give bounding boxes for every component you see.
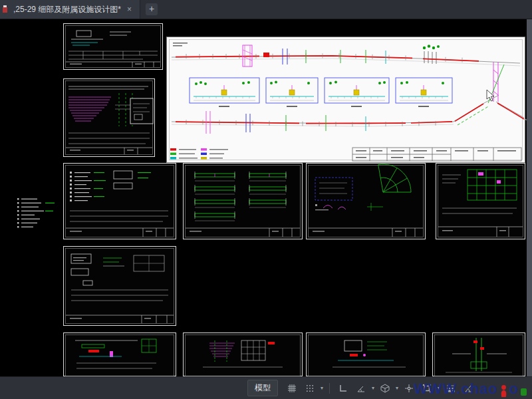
drawing-sheet[interactable]: [63, 246, 176, 326]
drawing-sheet[interactable]: [63, 23, 163, 70]
drawing-sheet[interactable]: [63, 332, 176, 376]
sheet-drawing: [183, 163, 303, 239]
close-icon[interactable]: ×: [126, 5, 133, 13]
sheet-drawing: [436, 163, 525, 239]
drawing-sheet[interactable]: [183, 163, 303, 239]
model-tab-button[interactable]: 模型: [247, 380, 278, 396]
isodraft-icon[interactable]: [377, 381, 393, 396]
snap-mode-icon[interactable]: [302, 381, 318, 396]
cursor-arrow: [486, 89, 495, 102]
sheet-drawing: [306, 332, 426, 376]
drawing-sheet[interactable]: [183, 332, 303, 376]
drawing-sheet[interactable]: [63, 78, 155, 157]
tab-label: ,25-29 细部及附属设施设计图*: [13, 4, 121, 15]
sheet-drawing: [63, 246, 176, 326]
polar-tracking-icon[interactable]: [353, 381, 369, 396]
sheet-drawing: [166, 37, 525, 163]
chevron-down-icon[interactable]: ▾: [321, 385, 323, 391]
ortho-icon[interactable]: [335, 381, 351, 396]
sheet-drawing: [63, 332, 176, 376]
new-tab-button[interactable]: +: [140, 0, 163, 19]
lineweight-icon[interactable]: [443, 381, 459, 396]
drawing-sheet[interactable]: [432, 332, 525, 376]
drawing-sheet[interactable]: [306, 332, 426, 376]
chevron-down-icon[interactable]: ▾: [396, 385, 398, 391]
drawing-tab[interactable]: ,25-29 细部及附属设施设计图* ×: [0, 0, 140, 19]
drawing-tab-bar: ,25-29 细部及附属设施设计图* × +: [0, 0, 532, 19]
drawing-sheet-active[interactable]: [166, 37, 525, 163]
sheet-drawing: [63, 78, 155, 157]
plus-icon: +: [146, 3, 158, 15]
statusbar-separator: [329, 383, 330, 394]
chevron-down-icon[interactable]: ▾: [372, 385, 374, 391]
sheet-drawing: [432, 332, 525, 376]
model-space-canvas[interactable]: [0, 19, 527, 376]
status-bar: 模型 ▾ ▾ ▾ ▾: [0, 376, 532, 399]
sheet-drawing: [183, 332, 303, 376]
drawing-sheet[interactable]: [306, 163, 426, 239]
object-snap-icon[interactable]: [419, 381, 435, 396]
chevron-down-icon[interactable]: ▾: [438, 385, 440, 391]
drawing-sheet[interactable]: [63, 163, 176, 239]
canvas-notes-text: [17, 198, 60, 233]
angle-icon[interactable]: [461, 381, 477, 396]
sheet-drawing: [306, 163, 426, 239]
clipped-file-icon: [3, 5, 9, 13]
sheet-drawing: [63, 23, 163, 70]
object-snap-tracking-icon[interactable]: [401, 381, 417, 396]
grid-icon[interactable]: [284, 381, 300, 396]
drawing-sheet[interactable]: [436, 163, 525, 239]
vertical-scrollbar[interactable]: [527, 19, 532, 376]
sheet-drawing: [63, 163, 176, 239]
